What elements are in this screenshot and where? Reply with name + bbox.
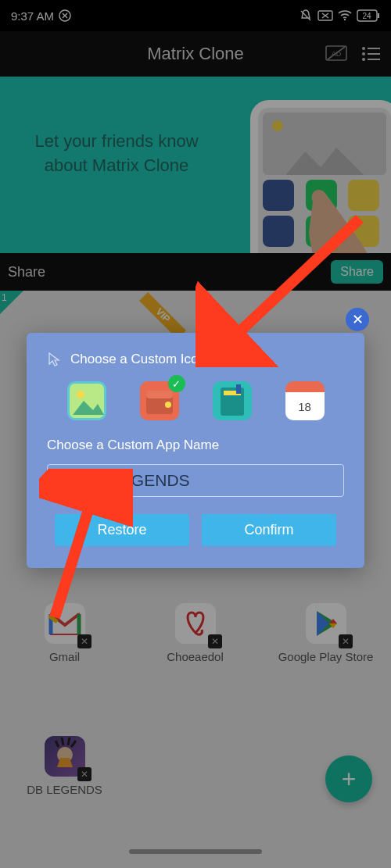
icon-options-row: ✓ 18 xyxy=(47,381,344,438)
dialog-subtitle: Choose a Custom App Name xyxy=(47,438,344,453)
calendar-day: 18 xyxy=(298,400,311,413)
icon-option-wallet[interactable]: ✓ xyxy=(140,381,179,420)
check-icon: ✓ xyxy=(168,375,185,392)
dialog-close-button[interactable]: ✕ xyxy=(346,308,369,331)
custom-icon-dialog: ✕ Choose a Custom Icon ✓ 18 Choose a Cus… xyxy=(27,333,364,568)
confirm-button[interactable]: Confirm xyxy=(202,514,336,546)
app-name-input[interactable] xyxy=(47,464,344,497)
close-icon: ✕ xyxy=(352,311,364,328)
svg-rect-19 xyxy=(146,391,173,398)
cursor-icon xyxy=(47,352,63,367)
restore-button[interactable]: Restore xyxy=(55,514,189,546)
svg-rect-23 xyxy=(236,384,241,394)
icon-option-gallery[interactable] xyxy=(67,381,106,420)
dialog-title: Choose a Custom Icon xyxy=(70,352,206,367)
icon-option-calendar[interactable]: 18 xyxy=(285,381,325,420)
svg-point-20 xyxy=(165,402,171,408)
icon-option-book[interactable] xyxy=(213,381,252,420)
svg-point-17 xyxy=(77,391,84,398)
